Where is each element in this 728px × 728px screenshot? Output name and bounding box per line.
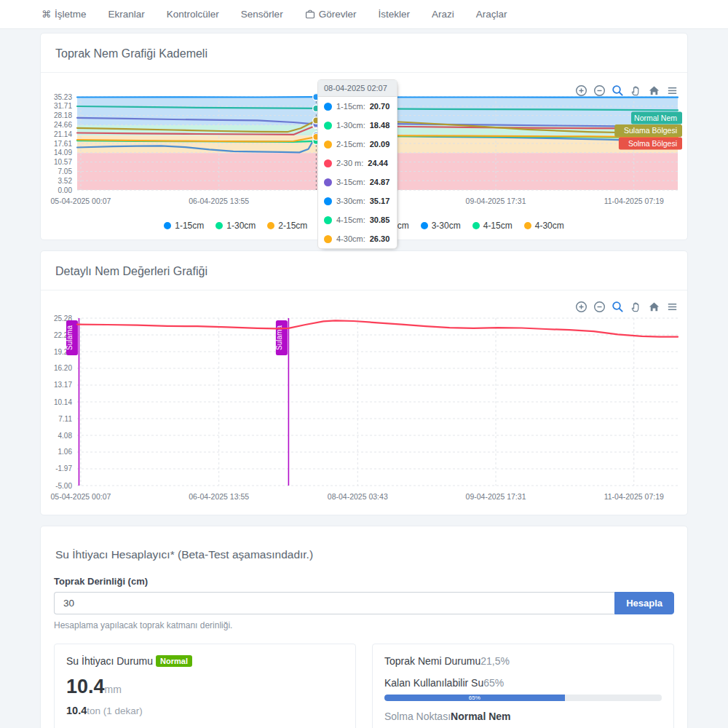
water-need-label: Su İhtiyacı Durumu: [66, 655, 153, 667]
moisture-value: 21,5%: [480, 655, 510, 667]
card-water-calculator: Su İhtiyacı Hesaplayıcı* (Beta-Test aşam…: [40, 526, 688, 728]
nav-item-kontrolcüler[interactable]: Kontrolcüler: [167, 9, 219, 20]
moisture-label: Toprak Nemi Durumu: [384, 655, 480, 667]
annotation-label: Sulama: [66, 325, 74, 350]
top-nav: ⌘İşletmeEkranlarKontrolcülerSensörlerGör…: [0, 0, 728, 29]
wilting-point-value: Normal Nem: [451, 711, 510, 722]
y-tick: 31.71: [54, 102, 72, 110]
page: Toprak Nem Grafiği Kademeli 35.2331.7128…: [0, 29, 728, 728]
available-water-progress: 65%: [384, 695, 662, 701]
region-label-text: Sulama Bölgesi: [624, 126, 677, 135]
x-tick: 05-04-2025 00:07: [50, 197, 111, 205]
wilting-point-label: Solma Noktası: [384, 711, 451, 722]
x-tick: 09-04-2025 17:31: [466, 197, 526, 205]
y-tick: 21.14: [54, 130, 72, 138]
nav-item-araçlar[interactable]: Araçlar: [476, 9, 507, 20]
tooltip-row: 1-30cm: 18.48: [318, 116, 397, 135]
nav-item-i̇stekler[interactable]: İstekler: [378, 9, 410, 20]
y-tick: 3.52: [58, 177, 73, 185]
y-tick: 14.09: [54, 149, 72, 157]
nav-item-ekranlar[interactable]: Ekranlar: [108, 9, 145, 20]
legend-item-1-15cm[interactable]: 1-15cm: [164, 221, 204, 231]
y-tick: 13.17: [54, 381, 72, 389]
pan-icon[interactable]: [630, 84, 642, 97]
y-tick: -1.97: [55, 464, 72, 472]
depth-label: Toprak Derinliği (cm): [54, 576, 674, 587]
y-tick: 4.08: [58, 432, 73, 440]
legend-dot-icon: [164, 222, 171, 229]
home-icon[interactable]: [648, 84, 660, 97]
chart-tooltip: 08-04-2025 02:07 1-15cm: 20.70 1-30cm: 1…: [317, 79, 397, 249]
nav-item-sensörler[interactable]: Sensörler: [241, 9, 283, 20]
soil-moisture-result-box: Toprak Nemi Durumu21,5% Kalan Kullanılab…: [372, 644, 674, 728]
x-tick: 06-04-2025 13:55: [189, 492, 249, 501]
nav-item-arazi[interactable]: Arazi: [432, 9, 454, 20]
zoom-out-icon[interactable]: [593, 84, 606, 97]
detail-chart-svg[interactable]: 25.2822.2519.2216.2013.1710.147.114.081.…: [41, 305, 687, 505]
progress-label: 65%: [469, 695, 480, 701]
water-need-ton-unit: ton (1 dekar): [87, 705, 143, 716]
y-tick: 10.57: [54, 158, 72, 166]
series-dot-icon: [324, 122, 332, 130]
command-icon: ⌘: [41, 9, 51, 19]
legend-dot-icon: [421, 222, 428, 229]
legend-item-1-30cm[interactable]: 1-30cm: [215, 221, 256, 231]
legend-item-4-30cm[interactable]: 4-30cm: [524, 221, 564, 231]
tooltip-row: 3-30cm: 35.17: [318, 191, 397, 210]
depth-help-text: Hesaplama yapılacak toprak katmanı derin…: [54, 620, 674, 630]
series-dot-icon: [324, 159, 332, 167]
y-tick: 10.14: [54, 398, 72, 406]
x-tick: 06-04-2025 13:55: [189, 197, 249, 205]
series-dot-icon: [324, 197, 332, 205]
legend-item-3-30cm[interactable]: 3-30cm: [421, 221, 461, 231]
card-detail-moisture: Detaylı Nem Değerleri Grafiği 25.2822.25…: [40, 250, 688, 515]
water-need-result-box: Su İhtiyacı Durumu Normal 10.4mm 10.4ton…: [54, 644, 356, 728]
y-tick: 7.11: [58, 415, 72, 423]
series-dot-icon: [324, 103, 332, 111]
water-need-ton-value: 10.4: [66, 705, 87, 716]
water-need-mm-value: 10.4: [66, 676, 105, 697]
calculate-button[interactable]: Hesapla: [614, 592, 674, 614]
nav-item-i̇şletme[interactable]: ⌘İşletme: [41, 9, 87, 20]
depth-input[interactable]: [54, 592, 614, 614]
x-tick: 11-04-2025 07:19: [604, 492, 664, 501]
selection-zoom-icon[interactable]: [612, 84, 624, 97]
stacked-chart-area[interactable]: 35.2331.7128.1824.6621.1417.6114.0910.57…: [41, 73, 687, 216]
series-dot-icon: [324, 235, 332, 243]
y-tick: 17.61: [54, 140, 72, 148]
zoom-out-icon[interactable]: [593, 301, 606, 313]
region-label-text: Solma Bölgesi: [628, 139, 677, 148]
menu-icon[interactable]: [666, 301, 678, 313]
menu-icon[interactable]: [666, 84, 678, 97]
legend-dot-icon: [524, 222, 531, 229]
zoom-in-icon[interactable]: [575, 301, 587, 313]
tooltip-row: 4-30cm: 26.30: [318, 229, 397, 248]
legend-item-2-15cm[interactable]: 2-15cm: [267, 221, 307, 231]
y-tick: 28.18: [54, 111, 72, 119]
selection-zoom-icon[interactable]: [612, 301, 624, 313]
nav-item-görevler[interactable]: Görevler: [305, 9, 357, 20]
home-icon[interactable]: [648, 301, 660, 313]
series-dot-icon: [324, 216, 332, 224]
pan-icon[interactable]: [630, 301, 642, 313]
y-tick: 24.66: [54, 121, 72, 129]
zoom-in-icon[interactable]: [575, 84, 587, 97]
detail-chart-area[interactable]: 25.2822.2519.2216.2013.1710.147.114.081.…: [41, 290, 687, 515]
available-water-label: Kalan Kullanılabilir Su: [384, 677, 483, 689]
x-tick: 08-04-2025 03:43: [328, 492, 388, 501]
tooltip-row: 2-15cm: 20.09: [318, 135, 397, 154]
legend-item-4-15cm[interactable]: 4-15cm: [472, 221, 513, 231]
tooltip-row: 2-30 m: 24.44: [318, 154, 397, 173]
status-badge: Normal: [156, 655, 192, 667]
legend-dot-icon: [267, 222, 274, 229]
y-tick: 0.00: [58, 186, 73, 194]
stacked-chart-title: Toprak Nem Grafiği Kademeli: [55, 47, 673, 60]
y-tick: 7.05: [58, 167, 73, 175]
calculator-title: Su İhtiyacı Hesaplayıcı* (Beta-Test aşam…: [54, 539, 674, 576]
y-tick: 16.20: [54, 364, 72, 372]
tooltip-title: 08-04-2025 02:07: [318, 80, 397, 97]
x-tick: 11-04-2025 07:19: [604, 197, 664, 205]
y-tick: 1.06: [58, 448, 73, 456]
legend-dot-icon: [215, 222, 223, 229]
detail-chart-title: Detaylı Nem Değerleri Grafiği: [55, 265, 673, 278]
